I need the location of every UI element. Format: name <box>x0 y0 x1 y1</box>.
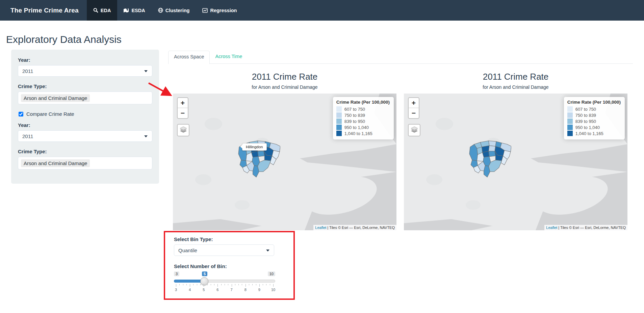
app-brand[interactable]: The Prime Crime Area <box>0 0 87 21</box>
crime2-token: Arson and Criminal Damage <box>21 159 90 167</box>
slider-tick <box>232 284 232 287</box>
crime2-label: Crime Type: <box>18 149 152 154</box>
crime2-input[interactable]: Arson and Criminal Damage <box>18 157 152 169</box>
tab-across-time[interactable]: Across Time <box>210 51 248 63</box>
zoom-out-button[interactable]: − <box>178 108 188 118</box>
compare-crime-rate-row[interactable]: Compare Crime Rate <box>19 111 152 117</box>
borough-polygon[interactable] <box>258 151 264 157</box>
year1-value: 2011 <box>22 68 33 74</box>
zoom-in-button[interactable]: + <box>178 98 188 108</box>
slider-tick-label: 5 <box>203 288 205 292</box>
borough-polygon[interactable] <box>489 141 496 146</box>
leaflet-link[interactable]: Leaflet <box>546 226 557 230</box>
crime1-input[interactable]: Arson and Criminal Damage <box>18 92 152 104</box>
slider-minor-tick <box>242 284 242 285</box>
nav-label-eda: EDA <box>101 8 111 13</box>
year1-select[interactable]: 2011 <box>18 65 152 77</box>
search-icon <box>93 8 98 13</box>
slider-minor-tick <box>235 284 235 285</box>
slider-minor-tick <box>207 284 208 285</box>
legend-swatch <box>567 106 573 112</box>
legend-swatch <box>567 131 573 136</box>
leaflet-map-2[interactable]: + − Crime Rate (Per 100,000) 607 to 750 … <box>404 94 627 230</box>
legend-swatch <box>336 112 342 118</box>
slider-tick-label: 4 <box>189 288 191 292</box>
map1-subtitle: for Arson and Criminal Damage <box>173 84 396 90</box>
compare-label: Compare Crime Rate <box>26 111 74 117</box>
legend-title: Crime Rate (Per 100,000) <box>567 100 621 105</box>
zoom-in-button[interactable]: + <box>409 98 419 108</box>
slider-minor-tick <box>266 284 266 285</box>
nav-item-clustering[interactable]: Clustering <box>152 0 196 21</box>
globe-icon <box>158 8 163 13</box>
legend-swatch <box>336 125 342 130</box>
slider-tick <box>190 284 190 287</box>
legend-swatch <box>336 131 342 136</box>
layers-icon <box>410 125 419 135</box>
slider-tick <box>246 284 246 287</box>
bin-type-select[interactable]: Quantile <box>174 244 274 256</box>
slider-minor-tick <box>197 284 197 285</box>
nav-item-eda[interactable]: EDA <box>87 0 118 21</box>
legend-swatch <box>567 125 573 130</box>
chevron-down-icon <box>144 70 148 72</box>
leaflet-map-1[interactable]: Hillingdon + − Crime Rate (Per 100,000) … <box>173 94 396 230</box>
zoom-control: + − <box>408 97 419 119</box>
legend-label: 839 to 950 <box>575 119 596 124</box>
slider-value-badge: 5 <box>202 271 207 276</box>
legend-swatch <box>567 112 573 118</box>
legend-label: 750 to 839 <box>344 113 365 118</box>
nav-item-regression[interactable]: Regression <box>196 0 243 21</box>
slider-minor-tick <box>228 284 228 285</box>
layers-control[interactable] <box>177 124 189 136</box>
slider-minor-tick <box>263 284 263 285</box>
borough-polygon[interactable] <box>489 146 495 151</box>
slider-tick-label: 8 <box>244 288 247 292</box>
legend-swatch <box>567 119 573 124</box>
slider-tick <box>204 284 204 287</box>
legend-title: Crime Rate (Per 100,000) <box>336 100 390 105</box>
slider-minor-tick <box>193 284 194 285</box>
chevron-down-icon <box>266 250 269 252</box>
legend-swatch <box>336 106 342 112</box>
chart-line-icon <box>202 8 208 13</box>
compare-checkbox[interactable] <box>19 112 23 116</box>
slider-tick <box>217 284 218 287</box>
leaflet-link[interactable]: Leaflet <box>315 226 326 230</box>
map-tooltip: Hillingdon <box>242 143 267 151</box>
bin-type-value: Quantile <box>178 247 197 253</box>
slider-minor-tick <box>225 284 225 285</box>
year1-label: Year: <box>18 57 152 63</box>
zoom-out-button[interactable]: − <box>409 108 419 118</box>
slider-tick <box>259 284 260 287</box>
tab-across-space[interactable]: Across Space <box>168 51 210 64</box>
bin-count-slider[interactable]: 3 5 10 345678910 <box>174 271 275 292</box>
slider-tick <box>176 284 176 287</box>
legend-label: 607 to 750 <box>344 107 365 112</box>
nav-item-esda[interactable]: ESDA <box>117 0 151 21</box>
year2-value: 2011 <box>22 133 33 139</box>
legend-label: 1,040 to 1,165 <box>575 131 603 136</box>
map-attribution: Leaflet | Tiles © Esri — Esri, DeLorme, … <box>313 225 396 230</box>
layers-control[interactable] <box>408 124 420 136</box>
legend-label: 839 to 950 <box>344 119 365 124</box>
legend-label: 950 to 1,040 <box>344 125 369 130</box>
bin-type-label: Select Bin Type: <box>174 236 275 242</box>
nav-label-regression: Regression <box>210 8 237 13</box>
year2-label: Year: <box>18 122 152 128</box>
slider-minor-tick <box>200 284 201 285</box>
slider-tick-label: 9 <box>258 288 260 292</box>
tabset: Across Space Across Time <box>168 51 633 64</box>
slider-minor-tick <box>252 284 253 285</box>
slider-minor-tick <box>211 284 211 285</box>
year2-select[interactable]: 2011 <box>18 130 152 142</box>
choropleth-london-boroughs[interactable] <box>469 140 511 181</box>
legend: Crime Rate (Per 100,000) 607 to 750 750 … <box>564 97 625 139</box>
borough-polygon[interactable] <box>489 151 495 157</box>
legend-label: 1,040 to 1,165 <box>344 131 372 136</box>
attribution-text: | Tiles © Esri — Esri, DeLorme, NAVTEQ <box>557 226 626 230</box>
attribution-text: | Tiles © Esri — Esri, DeLorme, NAVTEQ <box>326 226 395 230</box>
slider-minor-tick <box>256 284 256 285</box>
legend-label: 607 to 750 <box>575 107 596 112</box>
slider-tick-label: 10 <box>271 288 275 292</box>
